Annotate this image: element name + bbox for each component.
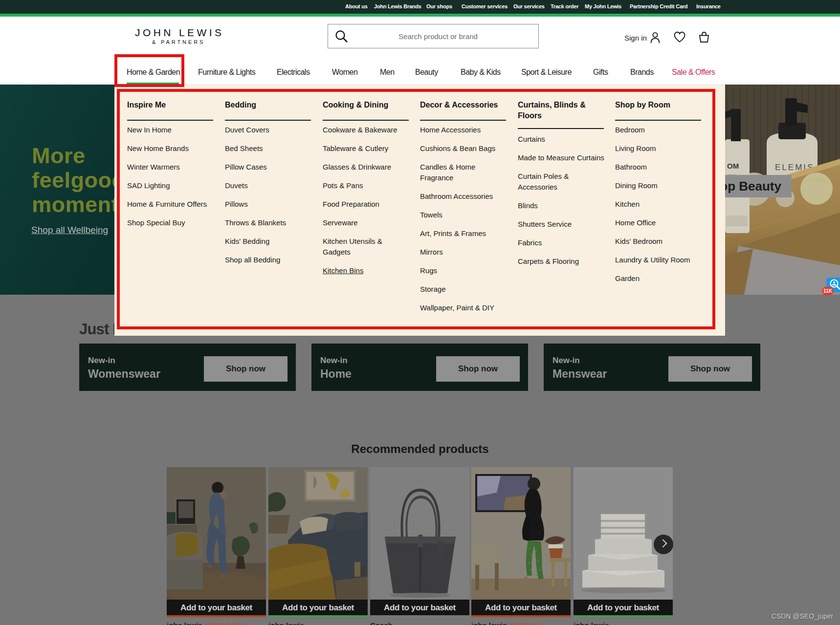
svg-text:OM: OM: [727, 162, 739, 170]
